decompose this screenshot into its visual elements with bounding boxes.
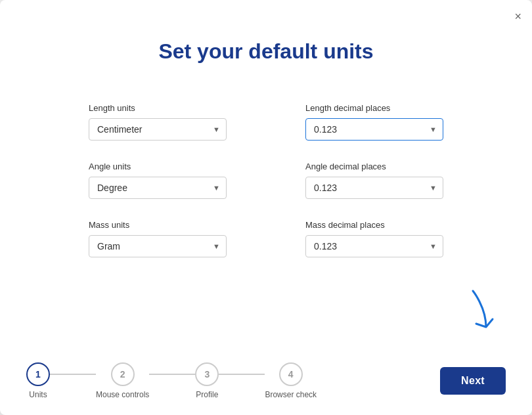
length-units-group: Length units Centimeter Millimeter Inch … [89, 103, 227, 141]
step-2: 2 Mouse controls [96, 362, 149, 399]
length-decimal-select-wrapper: 0.1 0.12 0.123 0.1234 ▼ [305, 118, 443, 141]
arrow-decoration [450, 288, 496, 349]
step-line-1 [50, 374, 96, 375]
angle-units-label: Angle units [89, 162, 227, 171]
step-4: 4 Browser check [265, 362, 317, 399]
length-units-select-wrapper: Centimeter Millimeter Inch Foot Meter ▼ [89, 118, 227, 141]
mass-decimal-select[interactable]: 0.1 0.12 0.123 0.1234 [305, 235, 443, 257]
step-2-circle: 2 [111, 362, 135, 386]
length-decimal-group: Length decimal places 0.1 0.12 0.123 0.1… [305, 103, 443, 141]
mass-units-select-wrapper: Gram Kilogram Pound Ounce ▼ [89, 235, 227, 257]
step-3-label: Profile [196, 390, 218, 399]
angle-units-select[interactable]: Degree Radian [89, 177, 227, 199]
step-2-label: Mouse controls [96, 390, 149, 399]
angle-decimal-label: Angle decimal places [305, 162, 443, 171]
bottom-bar: 1 Units 2 Mouse controls 3 Profile [0, 349, 532, 415]
mass-decimal-label: Mass decimal places [305, 220, 443, 230]
step-1-label: Units [29, 390, 47, 399]
angle-decimal-group: Angle decimal places 0.1 0.12 0.123 0.12… [305, 162, 443, 199]
mass-units-select[interactable]: Gram Kilogram Pound Ounce [89, 235, 227, 257]
angle-units-group: Angle units Degree Radian ▼ [89, 162, 227, 199]
close-icon: × [514, 10, 521, 23]
step-4-circle: 4 [279, 362, 303, 386]
mass-units-group: Mass units Gram Kilogram Pound Ounce ▼ [89, 220, 227, 257]
step-4-label: Browser check [265, 390, 317, 399]
close-button[interactable]: × [514, 11, 521, 22]
step-line-3 [219, 374, 265, 375]
stepper: 1 Units 2 Mouse controls 3 Profile [26, 362, 317, 399]
step-3-circle: 3 [195, 362, 219, 386]
step-3: 3 Profile [195, 362, 219, 399]
angle-decimal-select[interactable]: 0.1 0.12 0.123 0.1234 [305, 177, 443, 199]
length-units-select[interactable]: Centimeter Millimeter Inch Foot Meter [89, 118, 227, 141]
dialog: × Set your default units Length units Ce… [0, 0, 532, 415]
length-units-label: Length units [89, 103, 227, 113]
length-decimal-select[interactable]: 0.1 0.12 0.123 0.1234 [305, 118, 443, 141]
angle-decimal-select-wrapper: 0.1 0.12 0.123 0.1234 ▼ [305, 177, 443, 199]
step-line-2 [149, 374, 195, 375]
step-1: 1 Units [26, 362, 50, 399]
mass-decimal-select-wrapper: 0.1 0.12 0.123 0.1234 ▼ [305, 235, 443, 257]
mass-units-label: Mass units [89, 220, 227, 230]
angle-units-select-wrapper: Degree Radian ▼ [89, 177, 227, 199]
mass-decimal-group: Mass decimal places 0.1 0.12 0.123 0.123… [305, 220, 443, 257]
step-1-circle: 1 [26, 362, 50, 386]
page-title: Set your default units [158, 39, 373, 64]
length-decimal-label: Length decimal places [305, 103, 443, 113]
next-button[interactable]: Next [440, 367, 506, 395]
form-area: Length units Centimeter Millimeter Inch … [89, 103, 443, 257]
